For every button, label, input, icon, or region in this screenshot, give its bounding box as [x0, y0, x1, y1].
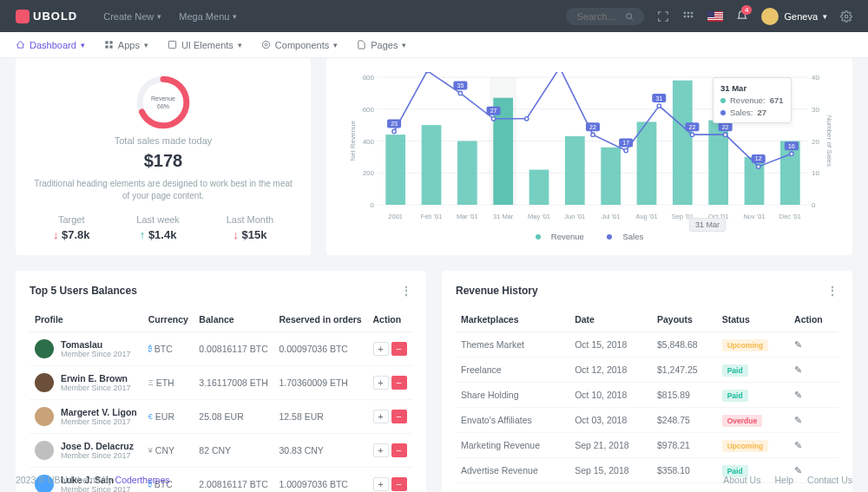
svg-point-96 [790, 152, 793, 155]
users-title: Top 5 Users Balances [30, 285, 137, 297]
svg-rect-54 [673, 81, 693, 205]
svg-point-15 [265, 43, 267, 46]
logo-mark-icon [16, 10, 30, 23]
rev-menu-icon[interactable]: ⋮ [827, 285, 838, 297]
navbar: Dashboard▾ Apps▾ UI Elements▾ Components… [0, 32, 868, 58]
svg-text:22: 22 [689, 124, 696, 130]
table-row: Margeret V. LigonMember Since 2017 € EUR… [30, 400, 412, 434]
svg-rect-46 [529, 170, 549, 205]
add-button[interactable]: + [373, 376, 389, 390]
users-table: ProfileCurrencyBalanceReserved in orders… [30, 307, 412, 492]
top-menu-create-new[interactable]: Create New▾ [103, 11, 161, 22]
nav-pages[interactable]: Pages▾ [357, 40, 406, 50]
edit-button[interactable]: ✎ [794, 440, 802, 450]
svg-text:35: 35 [457, 82, 464, 89]
footer-link[interactable]: Contact Us [807, 475, 852, 485]
svg-line-1 [631, 17, 633, 19]
add-button[interactable]: + [373, 342, 389, 356]
bell-count: 4 [741, 5, 752, 15]
table-header: Reserved in orders [274, 307, 368, 332]
edit-button[interactable]: ✎ [794, 390, 802, 400]
table-header: Currency [143, 307, 194, 332]
svg-text:22: 22 [589, 124, 596, 130]
delete-button[interactable]: − [391, 342, 407, 356]
flag-us-icon[interactable] [707, 11, 723, 22]
revenue-donut: Revenue 68% [120, 72, 207, 133]
sales-summary-card: Revenue 68% Total sales made today $178 … [16, 58, 311, 255]
svg-rect-58 [745, 157, 765, 205]
users-menu-icon[interactable]: ⋮ [401, 285, 412, 297]
svg-point-78 [591, 133, 595, 136]
svg-point-14 [262, 41, 269, 48]
svg-text:200: 200 [363, 169, 375, 177]
delete-button[interactable]: − [391, 410, 407, 423]
svg-rect-6 [687, 15, 689, 16]
svg-text:600: 600 [363, 106, 375, 114]
nav-dashboard[interactable]: Dashboard▾ [16, 40, 85, 50]
stat-item: Target↓ $7.8k [53, 214, 90, 241]
table-header: Date [569, 307, 652, 332]
svg-rect-60 [780, 141, 800, 206]
svg-text:May '01: May '01 [528, 213, 550, 220]
footer-brand-link[interactable]: Coderthemes [115, 475, 170, 485]
svg-point-62 [392, 129, 396, 133]
topbar: UBOLD Create New▾ Mega Menu▾ 4 Geneva ▾ [0, 0, 868, 32]
table-row: Jose D. DelacruzMember Since 2017 ¥ CNY … [30, 434, 412, 468]
status-badge: Paid [722, 364, 748, 377]
svg-text:Mar '01: Mar '01 [457, 213, 478, 220]
add-button[interactable]: + [373, 410, 389, 423]
search-input[interactable] [576, 11, 620, 22]
delete-button[interactable]: − [391, 376, 407, 390]
search-box[interactable] [566, 8, 644, 25]
status-badge: Upcoming [722, 440, 769, 452]
apps-grid-icon[interactable] [682, 10, 694, 23]
totals-value: $178 [30, 151, 297, 171]
table-header: Status [717, 307, 789, 332]
table-row: Envato's AffiliatesOct 03, 2018$248.75 O… [456, 408, 838, 433]
gear-icon[interactable] [840, 10, 852, 23]
fullscreen-icon[interactable] [657, 10, 669, 23]
apps-icon [104, 40, 114, 49]
totals-desc: Traditional heading elements are designe… [30, 178, 297, 202]
svg-text:17: 17 [622, 140, 629, 146]
svg-rect-2 [684, 11, 686, 13]
home-icon [16, 40, 25, 49]
footer: 2023 © UBold theme by Coderthemes About … [0, 468, 868, 492]
delete-button[interactable]: − [391, 443, 407, 457]
user-menu[interactable]: Geneva ▾ [761, 8, 827, 25]
svg-point-87 [690, 133, 694, 136]
user-name: Geneva [784, 11, 818, 22]
table-row: TomaslauMember Since 2017 ₿ BTC 0.008161… [30, 332, 412, 366]
svg-point-0 [627, 13, 632, 18]
chevron-down-icon: ▾ [157, 12, 161, 21]
svg-text:Number of Sales: Number of Sales [825, 115, 833, 167]
svg-rect-7 [691, 15, 693, 16]
logo[interactable]: UBOLD [16, 10, 77, 23]
svg-text:22: 22 [722, 124, 729, 130]
edit-button[interactable]: ✎ [794, 415, 802, 425]
svg-text:20: 20 [812, 138, 819, 146]
footer-link[interactable]: About Us [723, 475, 760, 485]
totals-caption: Total sales made today [30, 135, 297, 146]
nav-apps[interactable]: Apps▾ [104, 40, 148, 50]
add-button[interactable]: + [373, 443, 389, 457]
edit-button[interactable]: ✎ [794, 364, 802, 375]
edit-button[interactable]: ✎ [794, 339, 802, 350]
svg-point-8 [845, 15, 848, 18]
nav-components[interactable]: Components▾ [261, 40, 338, 50]
nav-ui[interactable]: UI Elements▾ [168, 40, 242, 50]
svg-rect-48 [565, 136, 585, 205]
footer-link[interactable]: Help [774, 475, 793, 485]
svg-text:16: 16 [788, 143, 795, 149]
top-menu-mega[interactable]: Mega Menu▾ [179, 11, 237, 22]
chevron-down-icon: ▾ [233, 12, 237, 21]
svg-text:Jun '01: Jun '01 [564, 213, 585, 220]
chevron-down-icon: ▾ [823, 12, 827, 21]
table-header: Action [368, 307, 412, 332]
status-badge: Upcoming [722, 339, 769, 351]
svg-rect-10 [109, 41, 112, 43]
chart-x-highlight: 31 Mar [689, 218, 726, 232]
avatar [761, 8, 779, 25]
notifications-button[interactable]: 4 [736, 9, 748, 23]
svg-text:Net Revenue: Net Revenue [349, 121, 357, 161]
